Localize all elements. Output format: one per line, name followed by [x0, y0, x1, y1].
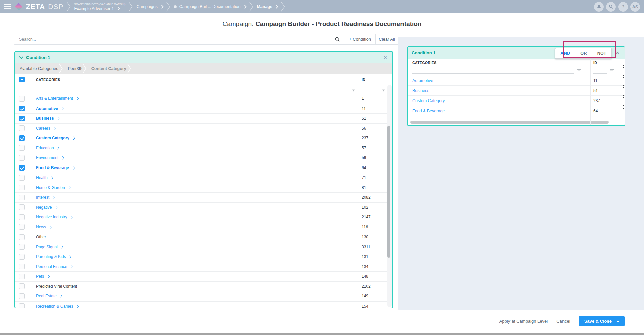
category-link[interactable]: Other [36, 234, 46, 239]
expand-chevron-icon[interactable] [50, 176, 53, 179]
tab-available-categories[interactable]: Available Categories [15, 63, 59, 74]
category-link[interactable]: Real Estate [36, 294, 62, 298]
zeta-dsp-logo[interactable]: ZETA DSP [16, 3, 63, 11]
expand-chevron-icon[interactable] [56, 146, 59, 149]
notifications-bell-icon[interactable] [594, 2, 604, 12]
row-checkbox[interactable] [19, 155, 25, 161]
row-checkbox[interactable] [19, 204, 25, 210]
category-link[interactable]: Interest [36, 195, 55, 200]
category-link[interactable]: Pets [36, 274, 49, 279]
category-link[interactable]: Custom Category [412, 98, 445, 103]
row-checkbox[interactable] [19, 175, 25, 181]
row-checkbox[interactable] [19, 116, 25, 121]
category-link[interactable]: News [36, 225, 51, 229]
category-link[interactable]: Personal Finance [36, 264, 72, 269]
row-checkbox[interactable] [19, 303, 25, 308]
row-checkbox[interactable] [19, 125, 25, 131]
select-all-checkbox[interactable] [19, 77, 25, 82]
operator-not-button[interactable]: NOT [592, 48, 611, 58]
category-link[interactable]: Automotive [36, 106, 63, 111]
expand-chevron-icon[interactable] [53, 127, 56, 130]
expand-chevron-icon[interactable] [47, 275, 50, 278]
expand-chevron-icon[interactable] [71, 166, 74, 169]
expand-chevron-icon[interactable] [70, 216, 73, 219]
collapse-chevron-icon[interactable] [19, 55, 23, 59]
row-checkbox[interactable] [19, 96, 25, 102]
global-search-icon[interactable] [606, 2, 616, 12]
filter-icon[interactable] [577, 69, 581, 73]
apply-campaign-level-link[interactable]: Apply at Campaign Level [499, 319, 548, 324]
category-link[interactable]: Food & Beverage [36, 165, 74, 170]
menu-icon[interactable] [4, 4, 11, 9]
category-link[interactable]: Food & Beverage [412, 109, 445, 113]
category-link[interactable]: Environment [36, 155, 64, 160]
row-checkbox[interactable] [19, 283, 25, 289]
expand-chevron-icon[interactable] [54, 206, 57, 209]
category-link[interactable]: Negative Industry [36, 215, 72, 219]
category-link[interactable]: Negative [36, 205, 57, 210]
breadcrumb-campaign-buil-documentation[interactable]: Campaign Buil ... Documentation [174, 4, 246, 9]
expand-chevron-icon[interactable] [59, 295, 62, 298]
expand-chevron-icon[interactable] [61, 107, 64, 110]
vertical-scrollbar[interactable] [387, 85, 392, 307]
id-filter-input[interactable] [593, 73, 607, 74]
category-link[interactable]: Automotive [412, 78, 433, 83]
row-checkbox[interactable] [19, 106, 25, 111]
row-checkbox[interactable] [19, 264, 25, 269]
category-link[interactable]: Health [36, 175, 53, 180]
expand-chevron-icon[interactable] [56, 117, 59, 120]
search-input[interactable] [14, 37, 335, 42]
operator-and-button[interactable]: AND [555, 48, 575, 58]
expand-chevron-icon[interactable] [49, 225, 52, 228]
filter-icon[interactable] [381, 87, 386, 92]
row-checkbox[interactable] [19, 145, 25, 151]
row-checkbox[interactable] [19, 214, 25, 220]
horizontal-scrollbar-thumb[interactable] [410, 121, 609, 124]
expand-chevron-icon[interactable] [67, 186, 70, 189]
category-link[interactable]: Education [36, 146, 59, 150]
row-checkbox[interactable] [19, 135, 25, 141]
breadcrumb-campaigns[interactable]: Campaigns [136, 4, 163, 9]
row-checkbox[interactable] [19, 244, 25, 250]
tab-peer39[interactable]: Peer39 [63, 63, 82, 74]
category-link[interactable]: Predicted Viral Content [36, 284, 77, 289]
right-panel-close-icon[interactable]: × [614, 49, 621, 56]
row-checkbox[interactable] [19, 224, 25, 230]
row-checkbox[interactable] [19, 254, 25, 260]
category-link[interactable]: Home & Garden [36, 185, 70, 190]
expand-chevron-icon[interactable] [70, 265, 73, 268]
id-filter-input[interactable] [362, 92, 377, 92]
row-checkbox[interactable] [19, 234, 25, 240]
expand-chevron-icon[interactable] [72, 137, 75, 140]
clear-all-button[interactable]: Clear All [375, 34, 398, 45]
category-link[interactable]: Careers [36, 126, 55, 131]
categories-filter-input[interactable] [36, 92, 347, 92]
tab-content-category[interactable]: Content Category [87, 63, 127, 74]
categories-filter-input[interactable] [412, 73, 574, 74]
expand-chevron-icon[interactable] [52, 196, 55, 199]
breadcrumb-advertiser[interactable]: SMART PROJECTS (VARIABLE MARGIN) Example… [74, 3, 125, 11]
category-link[interactable]: Business [36, 116, 59, 121]
add-condition-button[interactable]: + Condition [344, 34, 376, 45]
breadcrumb-manage[interactable]: Manage [257, 4, 278, 9]
filter-icon[interactable] [609, 69, 614, 73]
expand-chevron-icon[interactable] [60, 245, 63, 248]
row-checkbox[interactable] [19, 274, 25, 279]
filter-icon[interactable] [351, 87, 356, 92]
expand-chevron-icon[interactable] [68, 255, 71, 258]
row-checkbox[interactable] [19, 185, 25, 190]
expand-chevron-icon[interactable] [61, 156, 64, 159]
category-link[interactable]: Business [412, 88, 429, 93]
user-avatar[interactable]: AS [630, 2, 640, 12]
category-link[interactable]: Arts & Entertainment [36, 96, 78, 101]
expand-chevron-icon[interactable] [76, 305, 79, 308]
cancel-link[interactable]: Cancel [556, 319, 570, 324]
row-checkbox[interactable] [19, 195, 25, 200]
expand-chevron-icon[interactable] [75, 97, 78, 100]
operator-or-button[interactable]: OR [575, 48, 592, 58]
category-link[interactable]: Custom Category [36, 136, 75, 140]
help-icon[interactable]: ? [618, 2, 628, 12]
row-checkbox[interactable] [19, 165, 25, 171]
left-panel-close-icon[interactable]: × [382, 54, 388, 61]
category-link[interactable]: Recreation & Games [36, 304, 78, 308]
